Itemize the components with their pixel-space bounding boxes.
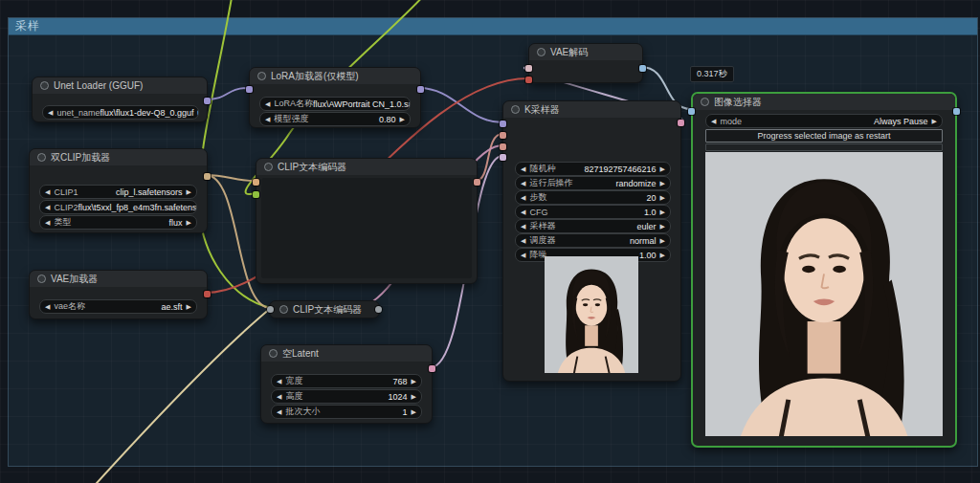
node-unet-loader[interactable]: Unet Loader (GGUF) ◀ unet_name flux\flux… bbox=[32, 77, 208, 122]
collapse-icon[interactable] bbox=[264, 163, 273, 171]
node-title-bar[interactable]: LoRA加载器(仅模型) bbox=[250, 68, 420, 84]
text-input-port[interactable] bbox=[253, 191, 259, 198]
latent-input-port[interactable] bbox=[500, 154, 506, 161]
progress-selected-button[interactable]: Progress selected image as restart bbox=[705, 129, 943, 143]
widget-cfg[interactable]: ◀ CFG 1.0 ▶ bbox=[515, 205, 671, 219]
right-arrow-icon[interactable]: ▶ bbox=[932, 118, 937, 124]
node-title-bar[interactable]: 图像选择器 bbox=[693, 94, 955, 110]
collapse-icon[interactable] bbox=[701, 98, 709, 106]
left-arrow-icon[interactable]: ◀ bbox=[521, 252, 525, 258]
node-ksampler[interactable]: K采样器 ◀ 随机种 827192757466216 ▶ ◀ 运行后操作 ran… bbox=[502, 100, 681, 382]
left-arrow-icon[interactable]: ◀ bbox=[265, 116, 270, 122]
vae-input-port[interactable] bbox=[525, 77, 532, 83]
widget-steps[interactable]: ◀ 步数 20 ▶ bbox=[515, 190, 671, 205]
node-empty-latent[interactable]: 空Latent ◀ 宽度 768 ▶ ◀ 高度 1024 ▶ ◀ 批次大小 1 … bbox=[260, 344, 433, 424]
widget-unet-name[interactable]: ◀ unet_name flux\flux1-dev-Q8_0.gguf ▶ bbox=[42, 105, 199, 120]
collapsed-output-port[interactable] bbox=[375, 306, 382, 313]
node-dualclip-loader[interactable]: 双CLIP加载器 ◀ CLIP1 clip_l.safetensors ▶ ◀ … bbox=[29, 148, 208, 233]
left-arrow-icon[interactable]: ◀ bbox=[521, 180, 525, 187]
widget-clip-type[interactable]: ◀ 类型 flux ▶ bbox=[39, 215, 197, 230]
model-output-port[interactable] bbox=[204, 98, 211, 104]
collapse-icon[interactable] bbox=[279, 305, 288, 314]
collapse-icon[interactable] bbox=[511, 105, 520, 114]
left-arrow-icon[interactable]: ◀ bbox=[521, 194, 525, 201]
clip-input-port[interactable] bbox=[253, 179, 259, 186]
samples-input-port[interactable] bbox=[525, 65, 532, 72]
right-arrow-icon[interactable]: ▶ bbox=[198, 109, 200, 116]
widget-scheduler[interactable]: ◀ 调度器 normal ▶ bbox=[515, 233, 671, 248]
widget-height[interactable]: ◀ 高度 1024 ▶ bbox=[271, 389, 422, 404]
node-title-bar[interactable]: CLIP文本编码器 bbox=[256, 159, 477, 175]
positive-input-port[interactable] bbox=[500, 132, 506, 139]
right-arrow-icon[interactable]: ▶ bbox=[412, 378, 416, 384]
model-input-port[interactable] bbox=[246, 86, 253, 93]
right-arrow-icon[interactable]: ▶ bbox=[412, 393, 416, 400]
node-title-bar[interactable]: Unet Loader (GGUF) bbox=[33, 77, 207, 94]
collapse-icon[interactable] bbox=[37, 274, 46, 283]
left-arrow-icon[interactable]: ◀ bbox=[45, 188, 50, 195]
widget-seed[interactable]: ◀ 随机种 827192757466216 ▶ bbox=[515, 162, 671, 176]
left-arrow-icon[interactable]: ◀ bbox=[277, 393, 281, 400]
model-output-port[interactable] bbox=[417, 86, 424, 93]
widget-clip2[interactable]: ◀ CLIP2 flux\t5xxl_fp8_e4m3fn.safetensor… bbox=[39, 200, 197, 214]
left-arrow-icon[interactable]: ◀ bbox=[277, 378, 281, 384]
left-arrow-icon[interactable]: ◀ bbox=[45, 204, 50, 210]
latent-output-port[interactable] bbox=[429, 365, 435, 372]
left-arrow-icon[interactable]: ◀ bbox=[48, 109, 53, 116]
collapse-icon[interactable] bbox=[269, 349, 278, 358]
widget-width[interactable]: ◀ 宽度 768 ▶ bbox=[271, 374, 422, 388]
prompt-textarea[interactable] bbox=[261, 178, 472, 278]
node-title-bar[interactable]: 空Latent bbox=[261, 345, 432, 362]
right-arrow-icon[interactable]: ▶ bbox=[660, 165, 665, 172]
collapse-icon[interactable] bbox=[37, 153, 46, 162]
right-arrow-icon[interactable]: ▶ bbox=[187, 188, 191, 195]
chooser-candidate-image[interactable] bbox=[705, 152, 943, 436]
widget-lora-name[interactable]: ◀ LoRA名称 flux\AWPortrait CN_1.0.safet...… bbox=[259, 97, 411, 111]
left-arrow-icon[interactable]: ◀ bbox=[711, 118, 716, 124]
right-arrow-icon[interactable]: ▶ bbox=[660, 180, 665, 187]
left-arrow-icon[interactable]: ◀ bbox=[521, 237, 525, 244]
node-title-bar[interactable]: K采样器 bbox=[503, 101, 680, 118]
conditioning-output-port[interactable] bbox=[474, 179, 480, 186]
collapsed-input-port[interactable] bbox=[267, 306, 274, 313]
right-arrow-icon[interactable]: ▶ bbox=[660, 194, 665, 201]
node-title-bar[interactable]: VAE加载器 bbox=[30, 271, 207, 287]
left-arrow-icon[interactable]: ◀ bbox=[45, 219, 50, 226]
image-output-port[interactable] bbox=[639, 65, 646, 72]
model-input-port[interactable] bbox=[500, 121, 506, 127]
widget-vae-name[interactable]: ◀ vae名称 ae.sft ▶ bbox=[39, 299, 197, 314]
right-arrow-icon[interactable]: ▶ bbox=[412, 408, 416, 415]
images-input-port[interactable] bbox=[688, 108, 695, 115]
left-arrow-icon[interactable]: ◀ bbox=[265, 100, 270, 107]
node-title-bar[interactable]: 双CLIP加载器 bbox=[30, 149, 207, 165]
negative-input-port[interactable] bbox=[500, 143, 506, 150]
vae-output-port[interactable] bbox=[204, 291, 211, 297]
node-clip-text-encode-negative-collapsed[interactable]: CLIP文本编码器 bbox=[269, 300, 380, 318]
widget-model-strength[interactable]: ◀ 模型强度 0.80 ▶ bbox=[259, 112, 411, 126]
node-clip-text-encode-positive[interactable]: CLIP文本编码器 bbox=[256, 158, 478, 284]
left-arrow-icon[interactable]: ◀ bbox=[521, 165, 525, 172]
right-arrow-icon[interactable]: ▶ bbox=[187, 303, 191, 310]
left-arrow-icon[interactable]: ◀ bbox=[45, 303, 50, 310]
collapse-icon[interactable] bbox=[537, 48, 546, 56]
left-arrow-icon[interactable]: ◀ bbox=[521, 209, 525, 215]
node-image-chooser[interactable]: 图像选择器 ◀ mode Always Pause ▶ Progress sel… bbox=[691, 92, 957, 448]
widget-clip1[interactable]: ◀ CLIP1 clip_l.safetensors ▶ bbox=[39, 185, 197, 199]
right-arrow-icon[interactable]: ▶ bbox=[660, 237, 665, 244]
widget-control-after-generate[interactable]: ◀ 运行后操作 randomize ▶ bbox=[515, 176, 671, 190]
widget-batch-size[interactable]: ◀ 批次大小 1 ▶ bbox=[271, 405, 422, 419]
node-title-bar[interactable]: VAE解码 bbox=[529, 44, 642, 60]
node-vae-decode[interactable]: VAE解码 bbox=[528, 43, 643, 83]
widget-mode[interactable]: ◀ mode Always Pause ▶ bbox=[705, 114, 943, 128]
right-arrow-icon[interactable]: ▶ bbox=[660, 223, 665, 230]
images-output-port[interactable] bbox=[953, 108, 960, 115]
clip-output-port[interactable] bbox=[204, 173, 211, 180]
right-arrow-icon[interactable]: ▶ bbox=[400, 116, 405, 122]
right-arrow-icon[interactable]: ▶ bbox=[187, 219, 191, 226]
node-graph-canvas[interactable]: 采样 Unet Loader (GGUF) ◀ unet_name flux\f… bbox=[0, 0, 980, 483]
left-arrow-icon[interactable]: ◀ bbox=[277, 408, 281, 415]
right-arrow-icon[interactable]: ▶ bbox=[660, 209, 665, 215]
collapse-icon[interactable] bbox=[257, 72, 266, 80]
right-arrow-icon[interactable]: ▶ bbox=[660, 252, 665, 258]
group-header[interactable]: 采样 bbox=[9, 18, 977, 35]
